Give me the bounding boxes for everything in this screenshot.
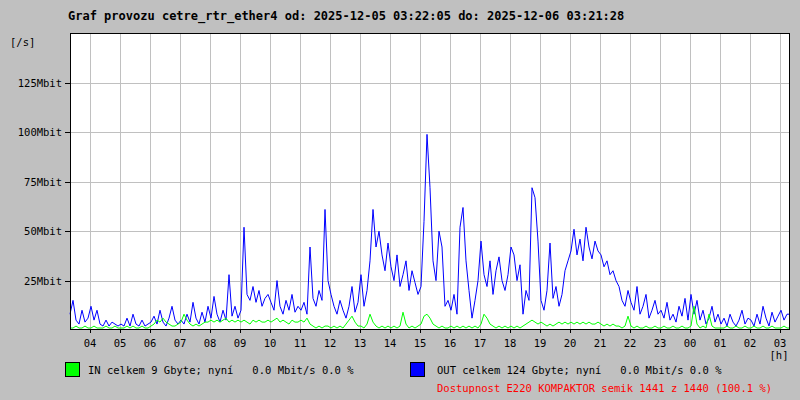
x-axis-tick-label: 02 <box>738 337 762 349</box>
x-axis-tick-label: 22 <box>618 337 642 349</box>
x-axis-tick-label: 21 <box>588 337 612 349</box>
x-axis-tick-label: 10 <box>258 337 282 349</box>
legend-out-swatch <box>410 362 425 377</box>
legend-out-label: OUT celkem 124 Gbyte; nyní 0.0 Mbit/s 0.… <box>437 364 721 376</box>
x-axis-tick-label: 16 <box>438 337 462 349</box>
x-axis-tick-label: 19 <box>528 337 552 349</box>
x-axis-tick-label: 08 <box>198 337 222 349</box>
x-axis-tick-label: 14 <box>378 337 402 349</box>
x-axis-tick-label: 01 <box>708 337 732 349</box>
y-axis-tick-label: 100Mbit <box>0 126 62 138</box>
x-axis-tick-label: 17 <box>468 337 492 349</box>
x-axis-tick-label: 00 <box>678 337 702 349</box>
y-axis-tick-label: 50Mbit <box>0 225 62 237</box>
x-axis-tick-label: 15 <box>408 337 432 349</box>
x-axis-tick-label: 03 <box>768 337 792 349</box>
y-axis-tick-label: 125Mbit <box>0 77 62 89</box>
x-axis-tick-label: 06 <box>138 337 162 349</box>
legend-in-swatch <box>65 362 80 377</box>
y-axis-tick-label: 25Mbit <box>0 275 62 287</box>
mrtg-traffic-graph-page: { "title": "Graf provozu cetre_rtr_ether… <box>0 0 800 400</box>
x-axis-tick-label: 13 <box>348 337 372 349</box>
x-axis-tick-label: 05 <box>108 337 132 349</box>
x-axis-tick-label: 04 <box>78 337 102 349</box>
x-axis-tick-label: 11 <box>288 337 312 349</box>
y-axis-tick-label: 75Mbit <box>0 176 62 188</box>
x-axis-tick-label: 12 <box>318 337 342 349</box>
x-axis-tick-label: 18 <box>498 337 522 349</box>
legend-in-label: IN celkem 9 Gbyte; nyní 0.0 Mbit/s 0.0 % <box>88 364 354 376</box>
x-axis-tick-label: 23 <box>648 337 672 349</box>
x-axis-tick-label: 20 <box>558 337 582 349</box>
x-axis-tick-label: 09 <box>228 337 252 349</box>
x-axis-unit-label: [h] <box>766 349 792 361</box>
availability-text: Dostupnost E220 KOMPAKTOR semik 1441 z 1… <box>437 382 772 394</box>
x-axis-tick-label: 07 <box>168 337 192 349</box>
